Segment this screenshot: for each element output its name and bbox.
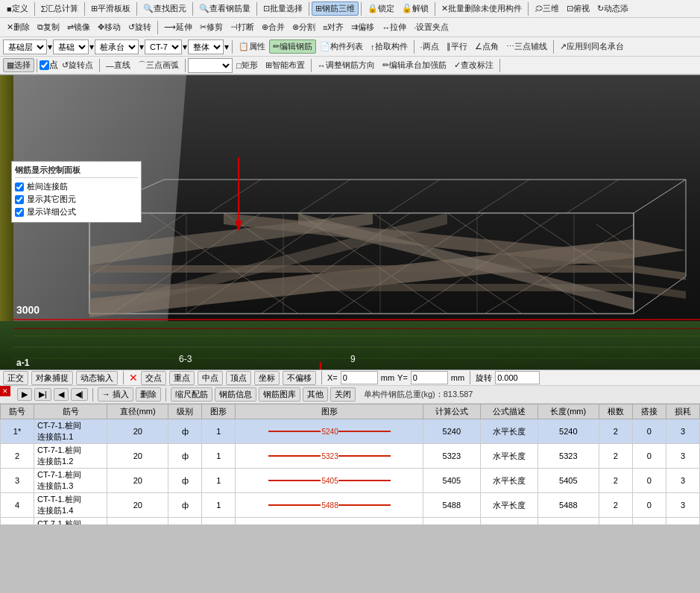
component-select[interactable]: 桩承台 <box>95 39 139 54</box>
tb-extend[interactable]: ⟶ 延伸 <box>160 20 196 34</box>
tb-rotate-point[interactable]: ↺ 旋转点 <box>58 58 97 72</box>
cb-rebar-connect[interactable] <box>15 183 24 191</box>
rt-prev[interactable]: ◀ <box>54 388 69 401</box>
tb-merge[interactable]: ⊕ 合并 <box>258 20 288 34</box>
tb-smooth[interactable]: ⊞ 平滑板板 <box>87 1 134 16</box>
th-count: 图形 <box>202 405 236 419</box>
table-row[interactable]: 1* CT-7-1.桩间连接筋1.1 20 ф 1 5240 5240 水平长度… <box>1 419 700 444</box>
rt-library[interactable]: 钢筋图库 <box>259 387 300 402</box>
tb-mirror[interactable]: ⇌ 镜像 <box>63 20 94 34</box>
sb-coord[interactable]: 坐标 <box>254 371 280 385</box>
tb-properties[interactable]: 📋 属性 <box>235 39 269 54</box>
sep4 <box>192 2 193 16</box>
th-dia: 直径(mm) <box>107 405 168 419</box>
rt-close[interactable]: 关闭 <box>330 387 356 402</box>
rt-last[interactable]: ▶| <box>34 388 51 401</box>
tb-copy[interactable]: ⧉ 复制 <box>34 20 63 34</box>
y-input[interactable] <box>411 371 448 384</box>
tb-select[interactable]: ▦ 选择 <box>3 58 34 72</box>
tb-move[interactable]: ✥ 移动 <box>94 20 124 34</box>
sb-midpoint[interactable]: 中点 <box>198 371 223 385</box>
scope-select[interactable]: 整体 <box>188 39 224 54</box>
sb-nooffset[interactable]: 不偏移 <box>283 371 316 385</box>
table-row[interactable]: 4 CT-T-1.桩间连接筋1.4 20 ф 1 5488 5488 水平长度 … <box>1 493 700 518</box>
layer-select[interactable]: 基础层 <box>3 39 47 54</box>
tb-lock[interactable]: 🔒 锁定 <box>364 1 398 16</box>
rt-first[interactable]: ◀| <box>71 388 88 401</box>
x-input[interactable] <box>341 371 378 384</box>
rt-delete[interactable]: 删除 <box>136 387 161 402</box>
tb-define[interactable]: ■ 定义 <box>3 1 32 16</box>
rebar-panel-close-btn[interactable]: ✕ <box>0 386 10 396</box>
table-row[interactable]: 2 CT-7-1.桩间连接筋1.2 20 ф 1 5323 5323 水平长度 … <box>1 444 700 469</box>
tb-line[interactable]: — 直线 <box>102 58 134 72</box>
tb-parallel[interactable]: ∥ 平行 <box>443 39 471 54</box>
table-row[interactable]: 5 CT-7-1.桩间连接筋2.1 20 ф 1 5240 5240 水平长度 … <box>1 518 700 525</box>
tb-apply-same[interactable]: ↗ 应用到同名承台 <box>556 39 628 54</box>
cell-dia: 20 <box>107 493 168 518</box>
tb-offset[interactable]: ⇉ 偏移 <box>347 20 378 34</box>
table-container[interactable]: 筋号 筋号 直径(mm) 级别 图形 图形 计算公式 公式描述 长度(mm) 根… <box>0 404 700 524</box>
cb-point[interactable] <box>40 60 49 70</box>
tb-find[interactable]: 🔍 查找图元 <box>139 1 190 16</box>
sep11 <box>232 40 233 54</box>
cb-show-elements[interactable] <box>15 195 24 204</box>
tb-setpoints[interactable]: · 设置夹点 <box>410 20 453 34</box>
rt-play[interactable]: ▶ <box>17 388 32 401</box>
tb-summary[interactable]: Σ 汇总计算 <box>37 1 83 16</box>
id-select[interactable]: CT-7 <box>145 39 182 54</box>
rt-other[interactable]: 其他 <box>303 387 328 402</box>
tb-rect[interactable]: □ 矩形 <box>233 58 262 72</box>
tb-adjust-dir[interactable]: ↔ 调整钢筋方向 <box>314 58 379 72</box>
cb-show-formula[interactable] <box>15 208 24 217</box>
viewport-3d[interactable]: a-1 3000 15500 6-3 9 Y X 钢筋显示控制面板 桩间连接筋 … <box>0 75 700 370</box>
tb-3d[interactable]: 🗭 三维 <box>531 1 563 16</box>
sep18 <box>499 59 500 72</box>
tb-edit-platform[interactable]: ✏ 编辑承台加强筋 <box>379 58 450 72</box>
cell-loss: 3 <box>666 518 699 525</box>
tb-align[interactable]: ≡ 对齐 <box>319 20 347 34</box>
tb-rebar3d[interactable]: ⊞ 钢筋三维 <box>312 1 359 16</box>
sb-snap[interactable]: 对象捕捉 <box>31 371 73 385</box>
tb-trim[interactable]: ✂ 修剪 <box>196 20 227 34</box>
sb-vertex[interactable]: 顶点 <box>226 371 251 385</box>
th-name: 筋号 <box>34 405 107 419</box>
tb-batch-select[interactable]: ⊡ 批量选择 <box>259 1 306 16</box>
tb-rebar-view[interactable]: 🔍 查看钢筋量 <box>195 1 254 16</box>
tb-delete[interactable]: ✕ 删除 <box>3 20 34 34</box>
draw-select[interactable] <box>188 58 233 73</box>
tb-3point-aux[interactable]: ⋯ 三点辅线 <box>502 39 551 54</box>
tb-pick-component[interactable]: ↑ 拾取构件 <box>367 39 412 54</box>
toolbar-row4: ▦ 选择 点 ↺ 旋转点 — 直线 ⌒ 三点画弧 □ 矩形 ⊞ 智能布置 ↔ 调… <box>0 57 700 74</box>
rotate-input[interactable] <box>495 371 540 384</box>
tb-batch-del[interactable]: ✕ 批量删除未使用构件 <box>438 1 526 16</box>
cell-calc: 5405 <box>423 469 480 493</box>
tb-twopoint[interactable]: · 两点 <box>417 39 443 54</box>
tb-dynamic[interactable]: ↻ 动态添 <box>593 1 632 16</box>
tb-rotate[interactable]: ↺ 旋转 <box>124 20 155 34</box>
tb-3point-arc[interactable]: ⌒ 三点画弧 <box>134 58 183 72</box>
sb-keypoint[interactable]: 重点 <box>169 371 195 385</box>
tb-check-mark[interactable]: ✓ 查改标注 <box>450 58 497 72</box>
toolbar-row1: ■ 定义 Σ 汇总计算 ⊞ 平滑板板 🔍 查找图元 🔍 查看钢筋量 ⊡ 批量选择… <box>0 0 700 18</box>
tb-unlock[interactable]: 🔓 解锁 <box>398 1 432 16</box>
tb-topview[interactable]: ⊡ 俯视 <box>563 1 593 16</box>
tb-angle[interactable]: ∠ 点角 <box>471 39 502 54</box>
sb-intersect[interactable]: 交点 <box>141 371 166 385</box>
sb-dynamic[interactable]: 动态输入 <box>76 371 118 385</box>
rt-info[interactable]: 钢筋信息 <box>215 387 256 402</box>
rt-insert[interactable]: → 插入 <box>98 387 133 402</box>
svg-text:6-3: 6-3 <box>179 354 192 364</box>
cell-lap: 0 <box>632 518 666 525</box>
x-unit: mm <box>381 373 394 382</box>
tb-stretch[interactable]: ↔ 拉伸 <box>378 20 410 34</box>
table-row[interactable]: 3 CT-7-1.桩间连接筋1.3 20 ф 1 5405 5405 水平长度 … <box>1 469 700 493</box>
tb-component-list[interactable]: 📄 构件列表 <box>316 39 367 54</box>
sb-ortho[interactable]: 正交 <box>3 371 28 385</box>
tb-split[interactable]: ⊗ 分割 <box>288 20 319 34</box>
type-select[interactable]: 基础 <box>53 39 89 54</box>
tb-edit-rebar[interactable]: ✏ 编辑钢筋 <box>269 39 316 54</box>
tb-break[interactable]: ⊣ 打断 <box>227 20 258 34</box>
tb-smart-layout[interactable]: ⊞ 智能布置 <box>262 58 309 72</box>
rt-scale[interactable]: 缩尺配筋 <box>171 387 212 402</box>
